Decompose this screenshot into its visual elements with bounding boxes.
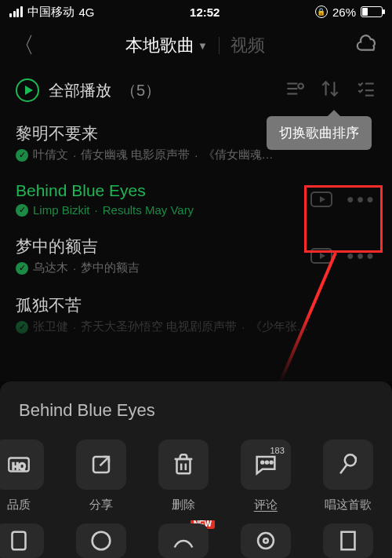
action-row-1: HQ 品质 分享 删除 183 评论 唱这首歌 <box>0 425 392 520</box>
svg-text:HQ: HQ <box>13 461 26 471</box>
annotation-box-1 <box>304 185 383 253</box>
comment-icon: 183 <box>241 439 291 490</box>
checklist-button[interactable] <box>356 78 376 102</box>
verified-icon: ✓ <box>16 262 28 275</box>
svg-rect-22 <box>13 532 26 550</box>
svg-rect-14 <box>176 459 190 473</box>
song-item[interactable]: 孤独不苦 ✓ 张卫健 · 齐天大圣孙悟空 电视剧原声带 · 《少年张… <box>0 285 392 344</box>
svg-point-23 <box>93 532 111 550</box>
tab-local-songs[interactable]: 本地歌曲 ▼ <box>125 34 208 57</box>
tab-divider <box>219 37 220 54</box>
song-title: 孤独不苦 <box>16 294 376 316</box>
verified-icon: ✓ <box>16 149 28 162</box>
svg-point-25 <box>263 538 268 543</box>
svg-line-13 <box>100 457 109 465</box>
play-all-count: （5） <box>121 80 161 101</box>
trash-icon <box>158 439 209 490</box>
quality-action[interactable]: HQ 品质 <box>0 439 55 512</box>
comment-count: 183 <box>270 446 284 455</box>
back-button[interactable]: 〈 <box>13 31 34 60</box>
generic-icon <box>76 523 126 558</box>
song-title: 黎明不要来 <box>16 122 376 144</box>
share-label: 分享 <box>89 498 113 512</box>
delete-label: 删除 <box>172 498 195 512</box>
svg-point-18 <box>266 461 268 464</box>
action-2-5[interactable] <box>312 523 384 558</box>
action-row-2: NEW <box>0 520 392 558</box>
clock: 12:52 <box>190 5 220 19</box>
battery-icon <box>361 6 383 17</box>
generic-icon <box>158 523 209 558</box>
play-icon <box>16 78 39 102</box>
share-icon <box>76 439 126 490</box>
comment-action[interactable]: 183 评论 <box>230 439 302 512</box>
song-item[interactable]: 黎明不要来 ✓ 叶倩文 · 倩女幽魂 电影原声带 · 《倩女幽魂… <box>0 113 392 172</box>
status-bar: 中国移动 4G 12:52 🔒 26% <box>0 0 392 24</box>
action-sheet: Behind Blue Eyes HQ 品质 分享 删除 183 评论 <box>0 381 392 558</box>
svg-line-21 <box>340 465 347 473</box>
svg-point-24 <box>258 533 274 549</box>
cloud-button[interactable] <box>356 32 379 59</box>
network-label: 4G <box>79 5 95 19</box>
action-2-1[interactable] <box>0 523 55 558</box>
signal-icon <box>9 6 23 17</box>
play-all-label: 全部播放 <box>49 80 111 101</box>
comment-label: 评论 <box>254 498 278 512</box>
sing-action[interactable]: 唱这首歌 <box>312 439 384 512</box>
play-all-button[interactable]: 全部播放 （5） <box>16 78 161 102</box>
action-2-3[interactable]: NEW <box>147 523 220 558</box>
action-2-4[interactable] <box>230 523 302 558</box>
verified-icon: ✓ <box>16 321 28 334</box>
rotation-lock-icon: 🔒 <box>315 5 328 18</box>
delete-action[interactable]: 删除 <box>147 439 220 512</box>
chevron-down-icon: ▼ <box>198 40 208 52</box>
generic-icon <box>323 523 373 558</box>
sing-label: 唱这首歌 <box>325 498 372 512</box>
verified-icon: ✓ <box>16 204 28 217</box>
quality-label: 品质 <box>7 498 31 512</box>
sort-button[interactable] <box>320 78 340 102</box>
sheet-title: Behind Blue Eyes <box>0 385 392 425</box>
song-subtitle: ✓ 叶倩文 · 倩女幽魂 电影原声带 · 《倩女幽魂… <box>16 148 376 162</box>
svg-point-3 <box>298 84 303 89</box>
tab-video-label: 视频 <box>230 35 265 55</box>
action-2-2[interactable] <box>65 523 137 558</box>
play-all-row: 全部播放 （5） <box>0 67 392 110</box>
song-subtitle: ✓ 张卫健 · 齐天大圣孙悟空 电视剧原声带 · 《少年张… <box>16 319 376 334</box>
share-action[interactable]: 分享 <box>65 439 137 512</box>
quality-icon: HQ <box>0 439 44 490</box>
svg-point-17 <box>261 461 263 464</box>
carrier-label: 中国移动 <box>27 5 74 20</box>
battery-percent: 26% <box>332 5 356 19</box>
ring-icon <box>241 523 291 558</box>
tab-video[interactable]: 视频 <box>230 34 265 57</box>
header: 〈 本地歌曲 ▼ 视频 <box>0 24 392 67</box>
generic-icon <box>0 523 44 558</box>
tab-local-label: 本地歌曲 <box>125 34 194 57</box>
mic-icon <box>323 439 373 490</box>
svg-point-19 <box>270 461 272 464</box>
multiselect-button[interactable] <box>284 78 304 102</box>
